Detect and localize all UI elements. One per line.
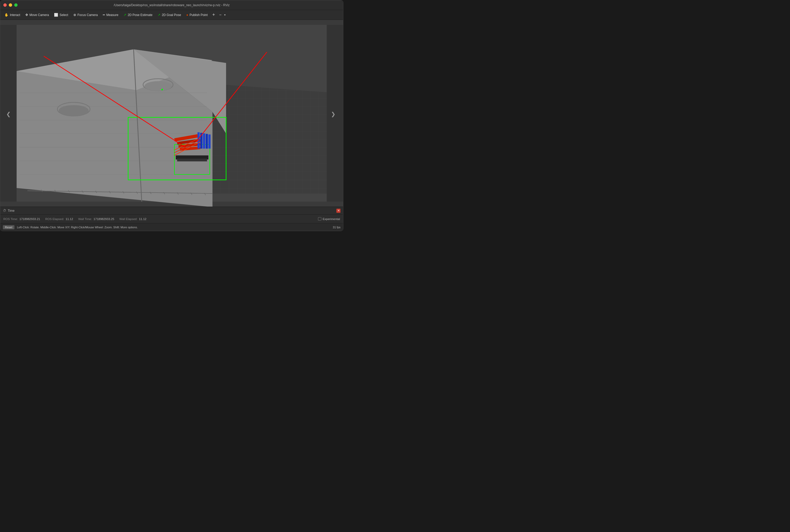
ros-time-item: ROS Time: 1718982933.21 [3, 217, 40, 221]
select-label: Select [59, 13, 68, 17]
time-label: Time [8, 209, 15, 212]
hint-text: Left-Click: Rotate. Middle-Click: Move X… [17, 226, 138, 229]
2d-pose-estimate-tool[interactable]: ↗ 2D Pose Estimate [121, 12, 154, 18]
ros-elapsed-label: ROS Elapsed: [45, 217, 64, 221]
status-right: Experimental [318, 217, 340, 221]
measure-tool[interactable]: ━ Measure [101, 12, 120, 18]
viewport[interactable]: ❮ ❯ [0, 20, 343, 207]
experimental-label: Experimental [323, 217, 340, 221]
focus-camera-tool[interactable]: ⊕ Focus Camera [71, 12, 100, 18]
svg-text:❮: ❮ [6, 111, 11, 117]
measure-label: Measure [106, 13, 118, 17]
ros-time-value: 1718982933.21 [19, 217, 40, 221]
move-camera-icon: ✥ [25, 13, 28, 17]
time-panel: ⏱ Time ✕ [0, 207, 343, 214]
focus-camera-label: Focus Camera [77, 13, 98, 17]
time-close-button[interactable]: ✕ [336, 209, 340, 213]
publish-point-label: Publish Point [190, 13, 208, 17]
select-icon: ⬜ [54, 13, 58, 17]
wall-elapsed-value: 11.12 [139, 217, 147, 221]
ros-elapsed-value: 11.12 [65, 217, 73, 221]
svg-rect-41 [203, 133, 205, 149]
wall-time-value: 1718982933.25 [94, 217, 114, 221]
ros-elapsed-item: ROS Elapsed: 11.12 [45, 217, 73, 221]
maximize-button[interactable] [14, 3, 18, 7]
focus-camera-icon: ⊕ [73, 13, 76, 17]
scene-svg: ❮ ❯ [0, 20, 343, 207]
toolbar: ✋ Interact ✥ Move Camera ⬜ Select ⊕ Focu… [0, 10, 343, 20]
experimental-toggle[interactable]: Experimental [318, 217, 340, 221]
wall-time-item: Wall Time: 1718982933.25 [78, 217, 114, 221]
fps-counter: 31 fps [333, 226, 340, 229]
hint-bar: Reset Left-Click: Rotate. Middle-Click: … [0, 223, 343, 231]
chevron-tool-button[interactable]: ▾ [224, 14, 226, 16]
viewport-canvas: ❮ ❯ [0, 20, 343, 207]
svg-text:❯: ❯ [331, 111, 336, 117]
svg-rect-43 [208, 135, 210, 149]
measure-icon: ━ [103, 13, 105, 17]
close-button[interactable] [3, 3, 7, 7]
svg-point-8 [59, 105, 89, 116]
move-camera-tool[interactable]: ✥ Move Camera [23, 12, 51, 18]
2d-goal-label: 2D Goal Pose [162, 13, 181, 17]
status-bar: ROS Time: 1718982933.21 ROS Elapsed: 11.… [0, 214, 343, 223]
2d-goal-pose-tool[interactable]: ↗ 2D Goal Pose [155, 12, 183, 18]
2d-pose-label: 2D Pose Estimate [128, 13, 152, 17]
publish-point-tool[interactable]: ● Publish Point [184, 12, 210, 18]
svg-rect-42 [206, 134, 208, 149]
select-tool[interactable]: ⬜ Select [52, 12, 70, 18]
move-camera-label: Move Camera [30, 13, 49, 17]
wall-elapsed-item: Wall Elapsed: 11.12 [119, 217, 147, 221]
wall-time-label: Wall Time: [78, 217, 92, 221]
reset-button[interactable]: Reset [3, 225, 15, 229]
minus-tool-button[interactable]: − [218, 13, 223, 17]
interact-icon: ✋ [4, 13, 8, 17]
ros-time-label: ROS Time: [3, 217, 18, 221]
add-tool-button[interactable]: + [211, 12, 217, 18]
window-title: /Users/taiga/Desktop/ros_ws/install/shar… [114, 3, 229, 7]
publish-point-icon: ● [186, 13, 188, 17]
app-window: /Users/taiga/Desktop/ros_ws/install/shar… [0, 0, 343, 231]
time-icon: ⏱ [3, 209, 6, 212]
interact-label: Interact [10, 13, 20, 17]
svg-point-11 [161, 89, 163, 90]
title-bar: /Users/taiga/Desktop/ros_ws/install/shar… [0, 0, 343, 10]
2d-pose-icon: ↗ [124, 13, 126, 17]
window-controls [3, 3, 18, 7]
svg-rect-48 [177, 158, 207, 162]
svg-point-10 [145, 81, 171, 91]
2d-goal-icon: ↗ [157, 13, 161, 17]
interact-tool[interactable]: ✋ Interact [2, 12, 22, 18]
minimize-button[interactable] [9, 3, 12, 7]
experimental-checkbox[interactable] [318, 217, 321, 221]
wall-elapsed-label: Wall Elapsed: [119, 217, 137, 221]
